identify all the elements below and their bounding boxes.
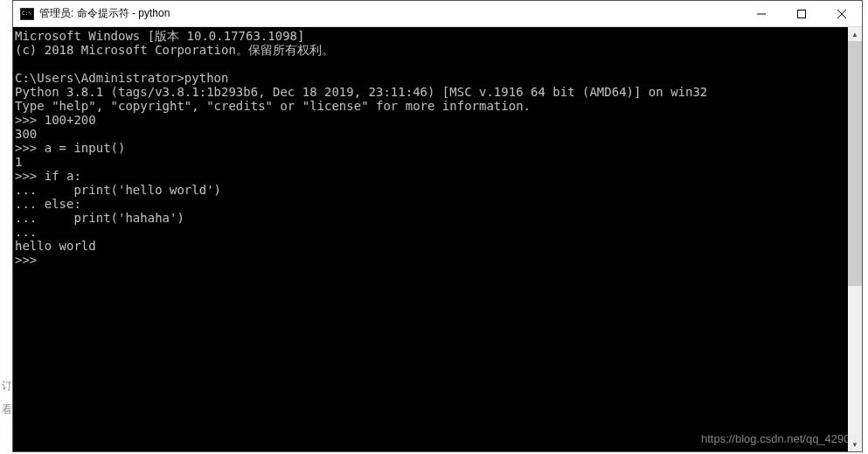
close-button[interactable]: [822, 1, 862, 26]
minimize-button[interactable]: [741, 1, 781, 26]
vertical-scrollbar[interactable]: ▲ ▼: [848, 27, 862, 451]
scrollbar-thumb[interactable]: [848, 41, 862, 286]
titlebar[interactable]: 管理员: 命令提示符 - python: [13, 1, 862, 27]
terminal-area[interactable]: Microsoft Windows [版本 10.0.17763.1098] (…: [13, 27, 862, 451]
scroll-up-icon[interactable]: ▲: [848, 27, 862, 41]
maximize-button[interactable]: [781, 1, 822, 26]
command-prompt-window: 管理员: 命令提示符 - python Microsoft Windows [版…: [12, 0, 863, 452]
cmd-icon: [20, 8, 34, 20]
window-title: 管理员: 命令提示符 - python: [39, 6, 741, 21]
svg-rect-1: [798, 10, 806, 17]
window-controls: [741, 1, 862, 26]
terminal-output[interactable]: Microsoft Windows [版本 10.0.17763.1098] (…: [13, 27, 848, 451]
host-window-edge: 订 看: [0, 0, 12, 454]
scroll-down-icon[interactable]: ▼: [848, 437, 862, 451]
